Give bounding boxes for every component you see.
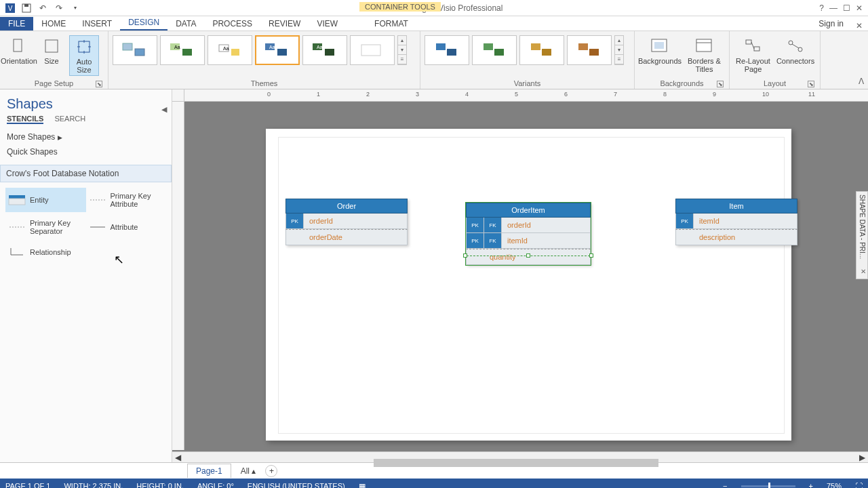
theme-thumb[interactable] bbox=[113, 35, 157, 65]
variant-thumb[interactable] bbox=[472, 35, 517, 65]
variant-thumb[interactable] bbox=[567, 35, 612, 65]
visio-icon[interactable]: V bbox=[3, 1, 18, 15]
more-shapes-link[interactable]: More Shapes ▶ bbox=[7, 129, 165, 144]
theme-thumb[interactable]: Aa bbox=[302, 35, 347, 65]
page-tab-1[interactable]: Page-1 bbox=[187, 464, 231, 478]
connectors-button[interactable]: Connectors bbox=[775, 35, 816, 66]
svg-rect-13 bbox=[231, 49, 239, 56]
layout-label: Layout bbox=[764, 79, 786, 87]
theme-thumb[interactable]: Aa bbox=[208, 35, 252, 65]
quick-access-toolbar: V ↶ ↷ ▾ bbox=[0, 1, 85, 15]
entity-order[interactable]: Order PKorderId orderDate bbox=[285, 199, 408, 245]
orientation-button[interactable]: Orientation bbox=[4, 35, 34, 66]
zoom-level[interactable]: 75% bbox=[827, 482, 842, 488]
status-language[interactable]: ENGLISH (UNITED STATES) bbox=[248, 482, 345, 488]
tab-format[interactable]: FORMAT bbox=[366, 17, 416, 30]
themes-scroll[interactable]: ▴▾≡ bbox=[397, 35, 407, 65]
svg-rect-6 bbox=[79, 41, 90, 52]
size-button[interactable]: Size bbox=[37, 35, 66, 66]
maximize-icon[interactable]: ☐ bbox=[843, 3, 850, 13]
variants-gallery[interactable]: ▴▾≡ bbox=[425, 35, 624, 65]
add-page-icon[interactable]: + bbox=[265, 465, 277, 477]
close-window-icon[interactable]: ✕ bbox=[856, 3, 863, 13]
stencil-category[interactable]: Crow's Foot Database Notation bbox=[0, 165, 172, 182]
entity-attribute: itemId bbox=[694, 214, 797, 228]
backgrounds-label: Backgrounds bbox=[660, 79, 703, 87]
svg-rect-4 bbox=[14, 39, 22, 52]
stencil-relationship[interactable]: Relationship bbox=[5, 242, 86, 262]
themes-gallery[interactable]: Aa Aa Aa Aa ▴▾≡ bbox=[113, 35, 407, 65]
ribbon-close-icon[interactable]: ✕ bbox=[850, 21, 868, 30]
macro-record-icon[interactable]: ▦ bbox=[359, 482, 366, 489]
zoom-slider[interactable] bbox=[741, 485, 795, 487]
sign-in-link[interactable]: Sign in bbox=[812, 17, 850, 30]
help-icon[interactable]: ? bbox=[819, 3, 824, 13]
search-tab[interactable]: SEARCH bbox=[54, 115, 85, 124]
stencil-attribute[interactable]: Attribute bbox=[86, 215, 167, 239]
page-setup-launcher[interactable]: ⬊ bbox=[96, 81, 102, 87]
themes-label: Themes bbox=[251, 79, 278, 87]
theme-thumb[interactable] bbox=[350, 35, 395, 65]
relayout-button[interactable]: Re-Layout Page bbox=[734, 35, 772, 75]
tab-data[interactable]: DATA bbox=[167, 17, 204, 30]
svg-rect-21 bbox=[361, 45, 380, 56]
svg-rect-27 bbox=[542, 49, 551, 56]
shapes-title: Shapes bbox=[0, 89, 172, 115]
stencil-entity[interactable]: Entity bbox=[5, 188, 86, 212]
zoom-out-icon[interactable]: − bbox=[723, 482, 727, 488]
quick-shapes-link[interactable]: Quick Shapes bbox=[7, 144, 165, 159]
shape-data-close-icon[interactable]: ✕ bbox=[861, 268, 866, 275]
pk-badge: PK bbox=[286, 214, 304, 228]
borders-titles-button[interactable]: Borders & Titles bbox=[684, 35, 725, 75]
qat-dropdown-icon[interactable]: ▾ bbox=[68, 1, 83, 15]
theme-thumb[interactable]: Aa bbox=[160, 35, 205, 65]
tab-process[interactable]: PROCESS bbox=[204, 17, 260, 30]
redo-icon[interactable]: ↷ bbox=[52, 1, 66, 15]
svg-text:Aa: Aa bbox=[174, 45, 180, 49]
svg-rect-19 bbox=[325, 49, 334, 56]
shapes-pane-collapse-icon[interactable]: ◀ bbox=[161, 105, 167, 114]
entity-attribute: orderDate bbox=[286, 230, 407, 245]
auto-size-button[interactable]: Auto Size bbox=[69, 35, 99, 76]
theme-thumb-selected[interactable]: Aa bbox=[255, 35, 300, 65]
svg-text:Aa: Aa bbox=[317, 45, 323, 49]
tab-home[interactable]: HOME bbox=[33, 17, 74, 30]
tab-review[interactable]: REVIEW bbox=[260, 17, 309, 30]
variant-thumb[interactable] bbox=[519, 35, 564, 65]
canvas[interactable]: 012 345 678 91011 Order PKorderId orderD… bbox=[172, 89, 868, 462]
tab-insert[interactable]: INSERT bbox=[74, 17, 120, 30]
tab-design[interactable]: DESIGN bbox=[120, 16, 167, 30]
tab-view[interactable]: VIEW bbox=[309, 17, 346, 30]
svg-text:V: V bbox=[8, 5, 13, 12]
contextual-tab-label: CONTAINER TOOLS bbox=[359, 2, 441, 12]
stencils-tab[interactable]: STENCILS bbox=[7, 115, 43, 124]
stencil-pk-attribute[interactable]: Primary Key Attribute bbox=[86, 188, 167, 212]
fit-page-icon[interactable]: ⛶ bbox=[855, 482, 863, 488]
svg-rect-29 bbox=[589, 49, 599, 56]
undo-icon[interactable]: ↶ bbox=[35, 1, 50, 15]
svg-rect-31 bbox=[654, 42, 664, 49]
entity-item[interactable]: Item PKitemId description bbox=[675, 199, 797, 245]
minimize-icon[interactable]: — bbox=[829, 3, 837, 13]
backgrounds-button[interactable]: Backgrounds bbox=[639, 35, 681, 66]
stencil-pk-separator[interactable]: Primary Key Separator bbox=[5, 215, 86, 239]
shape-data-panel-tab[interactable]: SHAPE DATA - PRI... ✕ bbox=[856, 191, 868, 279]
drawing-page[interactable]: Order PKorderId orderDate OrderItem PKFK… bbox=[266, 129, 791, 441]
svg-rect-24 bbox=[484, 43, 493, 50]
save-icon[interactable] bbox=[19, 1, 34, 15]
variant-thumb[interactable] bbox=[425, 35, 469, 65]
entity-orderitem[interactable]: OrderItem PKFKorderId PKFKitemId quantit… bbox=[466, 203, 591, 265]
fk-badge: FK bbox=[484, 218, 502, 232]
variants-scroll[interactable]: ▴▾≡ bbox=[614, 35, 624, 65]
layout-launcher[interactable]: ⬊ bbox=[808, 81, 814, 87]
tab-file[interactable]: FILE bbox=[0, 17, 33, 30]
backgrounds-launcher[interactable]: ⬊ bbox=[717, 81, 724, 87]
svg-rect-32 bbox=[696, 39, 711, 52]
fk-badge: FK bbox=[484, 233, 502, 248]
horizontal-scrollbar[interactable]: ◀ ▶ bbox=[172, 451, 868, 462]
svg-rect-7 bbox=[123, 43, 132, 50]
svg-text:Aa: Aa bbox=[269, 45, 275, 49]
page-tab-all[interactable]: All ▴ bbox=[241, 466, 256, 476]
zoom-in-icon[interactable]: + bbox=[809, 482, 813, 488]
collapse-ribbon-icon[interactable]: ᐱ bbox=[859, 77, 864, 86]
